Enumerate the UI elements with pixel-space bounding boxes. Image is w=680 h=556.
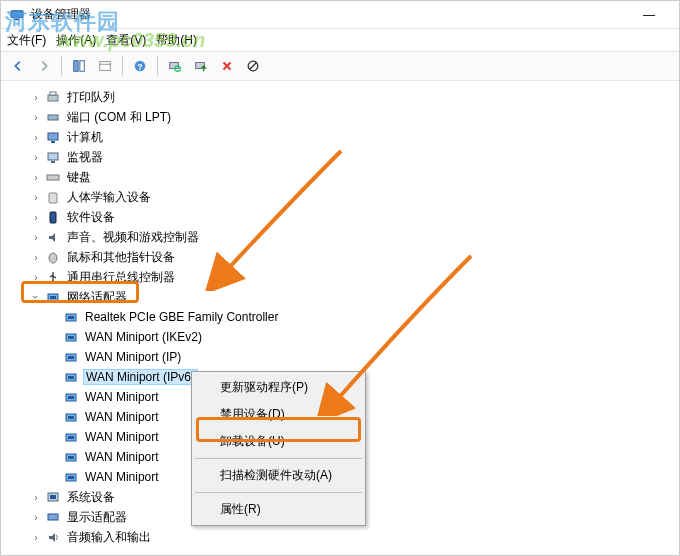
monitor-icon: [45, 149, 61, 165]
svg-rect-40: [68, 436, 74, 439]
tree-item-computer[interactable]: ›计算机: [25, 127, 679, 147]
svg-rect-13: [48, 95, 58, 101]
menu-separator: [195, 458, 362, 459]
disable-button[interactable]: [242, 55, 264, 77]
network-adapter-icon: [63, 409, 79, 425]
help-button[interactable]: ?: [129, 55, 151, 77]
svg-rect-32: [68, 356, 74, 359]
svg-rect-34: [68, 376, 74, 379]
menu-file[interactable]: 文件(F): [7, 32, 46, 49]
tree-item-hid[interactable]: ›人体学输入设备: [25, 187, 679, 207]
tree-item-realtek[interactable]: Realtek PCIe GBE Family Controller: [43, 307, 679, 327]
network-adapter-icon: [63, 429, 79, 445]
menu-bar: 文件(F) 操作(A) 查看(V) 帮助(H): [1, 29, 679, 51]
title-bar: 设备管理器 —: [1, 1, 679, 29]
svg-rect-19: [51, 161, 55, 163]
svg-point-23: [49, 253, 57, 263]
svg-rect-46: [50, 495, 56, 499]
svg-rect-0: [11, 10, 23, 17]
menu-scan-hardware[interactable]: 扫描检测硬件改动(A): [194, 462, 363, 489]
audio-icon: [45, 529, 61, 545]
spacer: [47, 370, 61, 384]
forward-button[interactable]: [33, 55, 55, 77]
spacer: [47, 310, 61, 324]
expander-icon[interactable]: ›: [29, 270, 43, 284]
tree-item-ports[interactable]: ›端口 (COM 和 LPT): [25, 107, 679, 127]
tree-item-print-queues[interactable]: ›打印队列: [25, 87, 679, 107]
expander-icon[interactable]: ›: [29, 90, 43, 104]
tree-item-audio[interactable]: ›音频输入和输出: [25, 527, 679, 547]
window-title: 设备管理器: [31, 6, 627, 23]
expander-icon[interactable]: ›: [29, 210, 43, 224]
port-icon: [45, 109, 61, 125]
expander-icon[interactable]: ›: [29, 190, 43, 204]
expander-icon[interactable]: ›: [29, 230, 43, 244]
spacer: [47, 350, 61, 364]
tree-item-usb[interactable]: ›通用串行总线控制器: [25, 267, 679, 287]
tree-item-mice[interactable]: ›鼠标和其他指针设备: [25, 247, 679, 267]
svg-text:?: ?: [137, 62, 142, 72]
uninstall-button[interactable]: [216, 55, 238, 77]
svg-rect-26: [50, 296, 56, 299]
spacer: [47, 410, 61, 424]
svg-rect-42: [68, 456, 74, 459]
network-adapter-icon: [63, 449, 79, 465]
expander-icon[interactable]: ›: [29, 490, 43, 504]
tree-item-monitors[interactable]: ›监视器: [25, 147, 679, 167]
separator: [122, 56, 123, 76]
properties-button[interactable]: [94, 55, 116, 77]
show-hide-button[interactable]: [68, 55, 90, 77]
menu-properties[interactable]: 属性(R): [194, 496, 363, 523]
minimize-button[interactable]: —: [627, 1, 671, 29]
svg-rect-2: [74, 61, 78, 72]
tree-item-software[interactable]: ›软件设备: [25, 207, 679, 227]
svg-rect-28: [68, 316, 74, 319]
menu-disable-device[interactable]: 禁用设备(D): [194, 401, 363, 428]
tree-item-keyboards[interactable]: ›键盘: [25, 167, 679, 187]
expander-icon[interactable]: ›: [29, 510, 43, 524]
svg-rect-4: [100, 62, 111, 71]
svg-rect-16: [48, 133, 58, 140]
tree-item-sound[interactable]: ›声音、视频和游戏控制器: [25, 227, 679, 247]
expander-icon[interactable]: ›: [29, 250, 43, 264]
svg-rect-20: [47, 175, 59, 180]
display-adapter-icon: [45, 509, 61, 525]
menu-uninstall-device[interactable]: 卸载设备(U): [194, 428, 363, 455]
context-menu: 更新驱动程序(P) 禁用设备(D) 卸载设备(U) 扫描检测硬件改动(A) 属性…: [191, 371, 366, 526]
expander-icon[interactable]: ›: [29, 130, 43, 144]
sound-icon: [45, 229, 61, 245]
svg-rect-38: [68, 416, 74, 419]
spacer: [47, 450, 61, 464]
software-icon: [45, 209, 61, 225]
svg-rect-22: [50, 212, 56, 223]
svg-point-24: [52, 281, 55, 284]
tree-item-wan-ip[interactable]: WAN Miniport (IP): [43, 347, 679, 367]
network-adapter-icon: [63, 389, 79, 405]
expander-icon[interactable]: ›: [29, 150, 43, 164]
tree-item-network[interactable]: ›网络适配器: [25, 287, 679, 307]
menu-action[interactable]: 操作(A): [56, 32, 96, 49]
menu-update-driver[interactable]: 更新驱动程序(P): [194, 374, 363, 401]
update-driver-button[interactable]: [190, 55, 212, 77]
keyboard-icon: [45, 169, 61, 185]
expander-icon[interactable]: ›: [29, 170, 43, 184]
system-icon: [45, 489, 61, 505]
menu-view[interactable]: 查看(V): [106, 32, 146, 49]
svg-rect-18: [48, 153, 58, 160]
expander-icon[interactable]: ›: [29, 290, 43, 304]
menu-help[interactable]: 帮助(H): [156, 32, 197, 49]
network-adapter-icon: [63, 349, 79, 365]
network-adapter-icon: [63, 309, 79, 325]
usb-icon: [45, 269, 61, 285]
expander-icon[interactable]: ›: [29, 110, 43, 124]
svg-rect-3: [80, 61, 84, 72]
svg-rect-17: [51, 141, 55, 143]
network-adapter-icon: [45, 289, 61, 305]
expander-icon[interactable]: ›: [29, 530, 43, 544]
network-adapter-icon: [63, 329, 79, 345]
tree-item-wan-ikev2[interactable]: WAN Miniport (IKEv2): [43, 327, 679, 347]
back-button[interactable]: [7, 55, 29, 77]
svg-rect-15: [48, 115, 58, 120]
scan-hardware-button[interactable]: [164, 55, 186, 77]
mouse-icon: [45, 249, 61, 265]
